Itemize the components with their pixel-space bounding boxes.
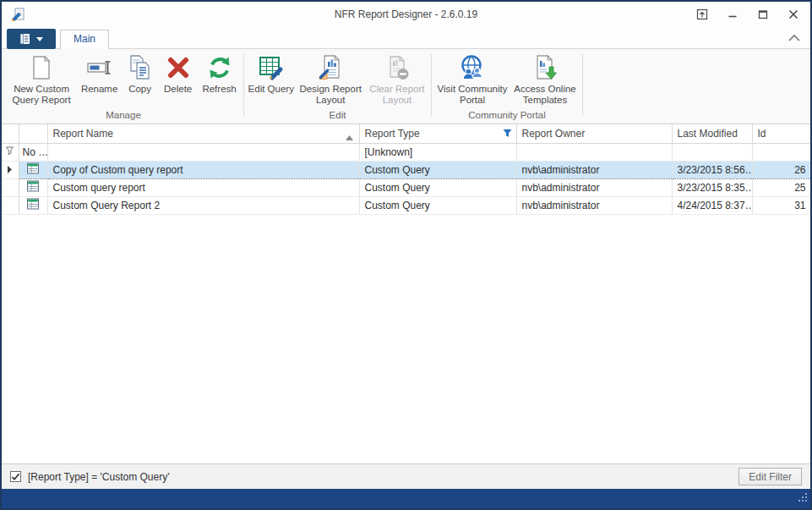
- report-list-icon: [19, 33, 32, 45]
- custom-query-report-icon: [26, 197, 40, 211]
- filter-funnel-icon[interactable]: [503, 129, 512, 140]
- edit-filter-button[interactable]: Edit Filter: [738, 468, 802, 485]
- new-document-icon: [28, 54, 55, 81]
- app-logo-icon: [10, 7, 25, 22]
- filter-panel: [Report Type] = 'Custom Query' Edit Filt…: [2, 463, 810, 489]
- filter-cell-icon-column[interactable]: No …: [19, 143, 47, 161]
- window-controls: [694, 7, 802, 22]
- access-online-templates-button[interactable]: Access Online Templates: [510, 52, 580, 106]
- chevron-down-icon: [36, 37, 43, 41]
- column-header-last-modified[interactable]: Last Modified: [672, 124, 752, 143]
- design-report-layout-icon: [317, 54, 344, 81]
- resize-grip-icon[interactable]: [798, 491, 808, 506]
- row-indicator: [2, 178, 19, 196]
- ribbon-group-community-portal: Visit Community Portal Access Onli: [434, 52, 580, 123]
- ribbon-group-manage: New Custom Query Report Rename: [6, 52, 241, 123]
- design-report-layout-button[interactable]: Design Report Layout: [295, 52, 365, 106]
- cell-report-owner: nvb\administrator: [516, 161, 672, 178]
- online-templates-icon: [531, 54, 559, 81]
- row-indicator-header: [2, 124, 19, 143]
- cell-last-modified: 4/24/2015 8:37…: [672, 196, 752, 214]
- auto-filter-row: No … [Unknown]: [2, 143, 810, 161]
- group-caption-manage: Manage: [6, 110, 241, 123]
- cell-report-name: Copy of Custom query report: [47, 161, 359, 178]
- status-bar: [2, 489, 810, 508]
- title-bar: NFR Report Designer - 2.6.0.19: [2, 2, 810, 27]
- cell-report-type: Custom Query: [359, 161, 516, 178]
- cell-last-modified: 3/23/2015 8:35…: [672, 178, 752, 196]
- copy-button[interactable]: Copy: [122, 52, 158, 95]
- app-window: NFR Report Designer - 2.6.0.19: [0, 0, 812, 510]
- column-header-report-name[interactable]: Report Name: [47, 124, 359, 143]
- cell-report-type: Custom Query: [359, 178, 516, 196]
- copy-icon: [127, 54, 154, 81]
- group-caption-edit: Edit: [247, 110, 428, 123]
- cell-report-owner: nvb\administrator: [516, 196, 672, 214]
- bring-to-front-icon[interactable]: [694, 7, 711, 22]
- collapse-ribbon-icon[interactable]: [788, 30, 800, 45]
- cell-id: 26: [752, 161, 810, 178]
- cell-report-type: Custom Query: [359, 196, 516, 214]
- rename-icon: [86, 54, 113, 81]
- group-separator: [243, 54, 244, 116]
- edit-query-button[interactable]: Edit Query: [247, 52, 295, 95]
- rename-button[interactable]: Rename: [77, 52, 122, 95]
- filter-cell-report-name[interactable]: [47, 143, 359, 161]
- filter-cell-report-type[interactable]: [Unknown]: [359, 143, 516, 161]
- column-header-id[interactable]: Id: [752, 124, 810, 143]
- filter-expression-text[interactable]: [Report Type] = 'Custom Query': [28, 471, 169, 483]
- delete-icon: [165, 54, 192, 81]
- filter-cell-report-owner[interactable]: [516, 143, 672, 161]
- row-indicator: [2, 196, 19, 214]
- report-type-icon-cell: [19, 196, 47, 214]
- maximize-icon[interactable]: [755, 7, 771, 22]
- application-menu-button[interactable]: [7, 29, 56, 49]
- custom-query-report-icon: [26, 162, 40, 175]
- visit-community-portal-button[interactable]: Visit Community Portal: [434, 52, 510, 106]
- clear-report-layout-icon: [384, 54, 411, 81]
- ribbon-tab-row: Main: [2, 27, 810, 49]
- cell-last-modified: 3/23/2015 8:56…: [672, 161, 752, 178]
- cell-id: 25: [752, 178, 810, 196]
- report-grid: Report Name Report Type: [2, 124, 810, 463]
- current-row-arrow-icon: [8, 166, 12, 173]
- window-title: NFR Report Designer - 2.6.0.19: [2, 8, 810, 20]
- filter-enabled-checkbox[interactable]: [10, 471, 21, 482]
- auto-filter-row-indicator: [2, 143, 19, 161]
- ribbon-group-edit: Edit Query: [247, 52, 428, 123]
- tab-main[interactable]: Main: [60, 30, 109, 49]
- cell-id: 31: [752, 196, 810, 214]
- filter-row-funnel-icon: [6, 146, 14, 156]
- community-portal-icon: [459, 54, 486, 81]
- close-icon[interactable]: [785, 7, 802, 22]
- delete-button[interactable]: Delete: [158, 52, 198, 95]
- filter-cell-last-modified[interactable]: [672, 143, 752, 161]
- ribbon: New Custom Query Report Rename: [2, 49, 810, 124]
- minimize-icon[interactable]: [724, 7, 741, 22]
- column-header-report-type[interactable]: Report Type: [359, 124, 516, 143]
- group-separator: [431, 54, 432, 116]
- cell-report-name: Custom Query Report 2: [47, 196, 359, 214]
- row-indicator: [2, 161, 19, 178]
- edit-query-icon: [258, 54, 285, 81]
- table-row[interactable]: Custom query report Custom Query nvb\adm…: [2, 178, 810, 196]
- group-caption-community-portal: Community Portal: [434, 110, 580, 123]
- checkmark-icon: [11, 473, 20, 481]
- cell-report-owner: nvb\administrator: [516, 178, 672, 196]
- group-separator: [582, 54, 583, 116]
- table-row[interactable]: Custom Query Report 2 Custom Query nvb\a…: [2, 196, 810, 214]
- icon-column-header[interactable]: [19, 124, 47, 143]
- refresh-icon: [206, 54, 233, 81]
- refresh-button[interactable]: Refresh: [198, 52, 241, 95]
- custom-query-report-icon: [26, 179, 40, 193]
- report-type-icon-cell: [19, 161, 47, 178]
- table-row[interactable]: Copy of Custom query report Custom Query…: [2, 161, 810, 178]
- clear-report-layout-button[interactable]: Clear Report Layout: [366, 52, 428, 106]
- sort-ascending-icon: [346, 131, 353, 143]
- grid-header-row: Report Name Report Type: [2, 124, 810, 143]
- filter-cell-id[interactable]: [752, 143, 810, 161]
- cell-report-name: Custom query report: [47, 178, 359, 196]
- report-type-icon-cell: [19, 178, 47, 196]
- new-custom-query-report-button[interactable]: New Custom Query Report: [6, 52, 77, 106]
- column-header-report-owner[interactable]: Report Owner: [516, 124, 672, 143]
